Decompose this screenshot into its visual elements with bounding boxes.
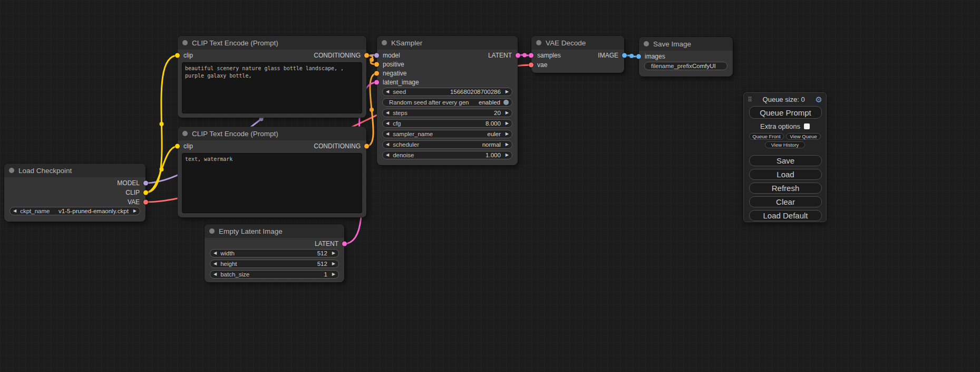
increment-arrow-icon[interactable]: ▶ — [332, 251, 335, 255]
collapse-toggle-icon[interactable] — [182, 131, 188, 136]
increment-arrow-icon[interactable]: ▶ — [506, 153, 509, 157]
node-clip-text-encode-positive[interactable]: CLIP Text Encode (Prompt) clip CONDITION… — [178, 36, 366, 118]
node-clip-text-encode-negative[interactable]: CLIP Text Encode (Prompt) clip CONDITION… — [178, 127, 366, 217]
steps-widget[interactable]: ◀ steps 20 ▶ — [382, 109, 512, 117]
node-title-bar[interactable]: Save Image — [639, 37, 733, 51]
decrement-arrow-icon[interactable]: ◀ — [386, 142, 389, 147]
load-button[interactable]: Load — [749, 169, 822, 180]
conditioning-output-dot[interactable] — [364, 144, 369, 149]
random-seed-toggle-widget[interactable]: Random seed after every gen enabled — [382, 98, 512, 107]
width-widget[interactable]: ◀ width 512 ▶ — [210, 249, 339, 257]
node-vae-decode[interactable]: VAE Decode samples IMAGE vae — [531, 36, 624, 73]
node-empty-latent-image[interactable]: Empty Latent Image LATENT ◀ width 512 ▶ … — [205, 224, 344, 282]
model-output-dot[interactable] — [143, 181, 148, 186]
queue-panel[interactable]: ⠿ Queue size: 0 ⚙ Queue Prompt Extra opt… — [743, 92, 827, 222]
output-label-vae: VAE — [128, 198, 140, 206]
decrement-arrow-icon[interactable]: ◀ — [386, 132, 389, 136]
decrement-arrow-icon[interactable]: ◀ — [386, 90, 389, 94]
node-title-bar[interactable]: Empty Latent Image — [205, 224, 344, 238]
samples-input-dot[interactable] — [529, 53, 533, 58]
input-label-images: images — [645, 53, 665, 60]
view-queue-button[interactable]: View Queue — [786, 133, 821, 140]
widget-value: ComfyUI — [692, 63, 716, 69]
batch-size-widget[interactable]: ◀ batch_size 1 ▶ — [210, 270, 339, 279]
collapse-toggle-icon[interactable] — [382, 40, 387, 45]
decrement-arrow-icon[interactable]: ◀ — [214, 272, 217, 276]
image-output-dot[interactable] — [622, 53, 627, 58]
node-graph-canvas[interactable]: Load Checkpoint MODEL CLIP VAE ◀ ckpt_na… — [0, 0, 980, 372]
denoise-widget[interactable]: ◀ denoise 1.000 ▶ — [382, 151, 512, 159]
collapse-toggle-icon[interactable] — [644, 41, 649, 46]
node-title-bar[interactable]: CLIP Text Encode (Prompt) — [178, 36, 366, 50]
queue-panel-header: ⠿ Queue size: 0 ⚙ — [744, 93, 826, 104]
node-title: VAE Decode — [546, 39, 586, 47]
collapse-toggle-icon[interactable] — [209, 228, 215, 234]
drag-handle-icon[interactable]: ⠿ — [748, 97, 752, 103]
conditioning-output-dot[interactable] — [364, 53, 369, 58]
decrement-arrow-icon[interactable]: ◀ — [386, 111, 389, 115]
latent-image-input-dot[interactable] — [374, 80, 379, 84]
widget-value: 1 — [324, 271, 327, 278]
queue-size-label: Queue size: 0 — [752, 96, 816, 103]
output-slot-clip: CLIP — [4, 188, 145, 197]
extra-options-checkbox[interactable] — [804, 123, 810, 129]
latent-output-dot[interactable] — [342, 242, 347, 246]
widget-value: 1.000 — [486, 152, 501, 158]
output-label-conditioning: CONDITIONING — [314, 52, 361, 59]
clear-button[interactable]: Clear — [749, 196, 822, 207]
output-slot-latent: LATENT — [205, 239, 344, 249]
decrement-arrow-icon[interactable]: ◀ — [214, 262, 217, 266]
increment-arrow-icon[interactable]: ▶ — [332, 262, 335, 266]
increment-arrow-icon[interactable]: ▶ — [506, 121, 509, 126]
increment-arrow-icon[interactable]: ▶ — [133, 209, 137, 213]
node-title-bar[interactable]: Load Checkpoint — [4, 164, 145, 177]
node-title-bar[interactable]: KSampler — [377, 36, 518, 50]
collapse-toggle-icon[interactable] — [536, 40, 541, 45]
latent-output-dot[interactable] — [516, 53, 520, 58]
seed-widget[interactable]: ◀ seed 156680208700286 ▶ — [382, 88, 512, 96]
clip-input-dot[interactable] — [175, 144, 180, 149]
cfg-widget[interactable]: ◀ cfg 8.000 ▶ — [382, 119, 512, 128]
refresh-button[interactable]: Refresh — [749, 183, 822, 194]
node-ksampler[interactable]: KSampler model LATENT positive negative … — [377, 36, 518, 165]
height-widget[interactable]: ◀ height 512 ▶ — [210, 260, 339, 268]
slot-row: clip CONDITIONING — [178, 51, 366, 60]
queue-front-button[interactable]: Queue Front — [749, 133, 784, 140]
increment-arrow-icon[interactable]: ▶ — [506, 111, 509, 115]
view-history-button[interactable]: View History — [765, 141, 805, 148]
decrement-arrow-icon[interactable]: ◀ — [13, 209, 16, 213]
sampler-name-widget[interactable]: ◀ sampler_name euler ▶ — [382, 130, 512, 138]
clip-input-dot[interactable] — [175, 53, 180, 58]
decrement-arrow-icon[interactable]: ◀ — [214, 251, 217, 255]
node-title-bar[interactable]: CLIP Text Encode (Prompt) — [178, 127, 366, 140]
model-input-dot[interactable] — [374, 53, 379, 58]
negative-input-dot[interactable] — [374, 71, 379, 75]
collapse-toggle-icon[interactable] — [182, 40, 188, 45]
scheduler-widget[interactable]: ◀ scheduler normal ▶ — [382, 140, 512, 149]
node-save-image[interactable]: Save Image images filename_prefix ComfyU… — [639, 37, 733, 77]
node-title: Load Checkpoint — [18, 167, 72, 175]
increment-arrow-icon[interactable]: ▶ — [506, 142, 509, 147]
positive-input-dot[interactable] — [374, 62, 379, 66]
clip-output-dot[interactable] — [143, 190, 148, 195]
positive-prompt-textarea[interactable]: beautiful scenery nature glass bottle la… — [182, 62, 362, 113]
save-button[interactable]: Save — [749, 155, 822, 166]
queue-prompt-button[interactable]: Queue Prompt — [749, 106, 822, 119]
filename-prefix-widget[interactable]: filename_prefix ComfyUI — [644, 62, 727, 70]
vae-output-dot[interactable] — [143, 200, 148, 205]
decrement-arrow-icon[interactable]: ◀ — [386, 153, 389, 157]
increment-arrow-icon[interactable]: ▶ — [332, 272, 335, 276]
node-title-bar[interactable]: VAE Decode — [531, 36, 624, 50]
settings-gear-icon[interactable]: ⚙ — [816, 96, 822, 103]
ckpt-name-widget[interactable]: ◀ ckpt_name v1-5-pruned-emaonly.ckpt ▶ — [9, 207, 140, 215]
toggle-knob-icon[interactable] — [503, 100, 509, 105]
collapse-toggle-icon[interactable] — [9, 168, 14, 173]
increment-arrow-icon[interactable]: ▶ — [506, 132, 509, 136]
decrement-arrow-icon[interactable]: ◀ — [386, 121, 389, 126]
images-input-dot[interactable] — [636, 54, 641, 59]
load-default-button[interactable]: Load Default — [749, 210, 822, 221]
negative-prompt-textarea[interactable]: text, watermark — [182, 153, 362, 213]
vae-input-dot[interactable] — [529, 63, 533, 68]
node-load-checkpoint[interactable]: Load Checkpoint MODEL CLIP VAE ◀ ckpt_na… — [4, 164, 145, 222]
increment-arrow-icon[interactable]: ▶ — [506, 90, 509, 94]
